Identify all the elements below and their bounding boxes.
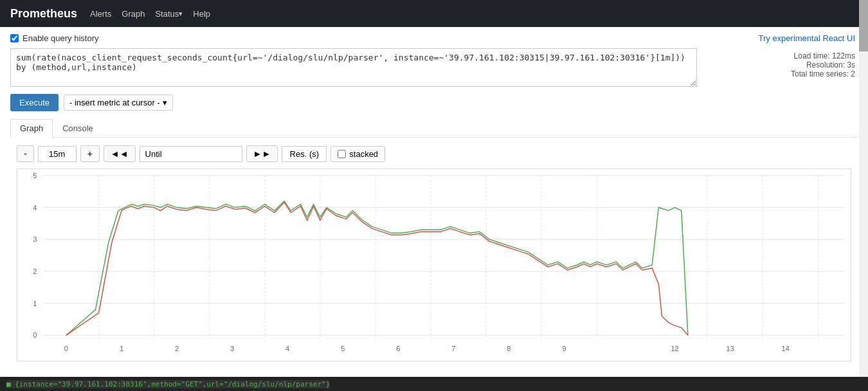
- stacked-checkbox[interactable]: [338, 150, 346, 158]
- graph-controls: - + ◄◄ ►► stacked: [10, 145, 858, 162]
- svg-text:4: 4: [33, 204, 37, 212]
- svg-text:7: 7: [451, 345, 455, 352]
- svg-text:5: 5: [33, 172, 37, 179]
- execute-row: Execute - insert metric at cursor - ▾: [10, 94, 858, 111]
- svg-text:3: 3: [230, 345, 234, 352]
- main-content: Try experimental React UI Enable query h…: [0, 27, 868, 368]
- svg-text:12: 12: [671, 345, 678, 352]
- resolution-input[interactable]: [282, 146, 327, 162]
- chart-svg: 0 1 2 3 4 5 0 1 2 3 4 5 6 7 8 9 12 13 14: [17, 169, 851, 361]
- chart-container: 0 1 2 3 4 5 0 1 2 3 4 5 6 7 8 9 12 13 14: [17, 168, 851, 361]
- svg-text:0: 0: [33, 331, 37, 339]
- svg-text:4: 4: [285, 345, 289, 352]
- try-react-ui-link[interactable]: Try experimental React UI: [758, 33, 855, 43]
- until-input[interactable]: [140, 146, 242, 162]
- scrollbar[interactable]: [859, 0, 868, 368]
- stacked-toggle[interactable]: stacked: [330, 146, 385, 162]
- svg-text:9: 9: [562, 345, 566, 352]
- query-input[interactable]: [10, 48, 697, 87]
- scrollbar-thumb[interactable]: [859, 0, 868, 51]
- brand: Prometheus: [10, 7, 77, 21]
- svg-text:8: 8: [507, 345, 511, 352]
- svg-text:6: 6: [396, 345, 400, 352]
- total-series: Total time series: 2: [791, 69, 855, 78]
- nav-alerts[interactable]: Alerts: [90, 9, 111, 19]
- tab-graph[interactable]: Graph: [10, 119, 53, 138]
- duration-input[interactable]: [38, 146, 77, 162]
- svg-text:0: 0: [64, 345, 68, 352]
- nav-help[interactable]: Help: [193, 9, 210, 19]
- nav-status-dropdown[interactable]: Status: [155, 9, 183, 19]
- query-history-label[interactable]: Enable query history: [23, 33, 99, 43]
- query-history-row: Enable query history: [10, 33, 858, 43]
- svg-text:14: 14: [782, 345, 790, 352]
- svg-text:2: 2: [175, 345, 179, 352]
- chevron-down-icon: ▾: [163, 98, 167, 107]
- execute-button[interactable]: Execute: [10, 94, 59, 111]
- load-time: Load time: 122ms: [791, 51, 855, 60]
- nav-graph[interactable]: Graph: [122, 9, 145, 19]
- navbar: Prometheus Alerts Graph Status Help: [0, 0, 868, 27]
- stats-info: Load time: 122ms Resolution: 3s Total ti…: [791, 51, 855, 78]
- insert-metric-label: - insert metric at cursor -: [69, 98, 160, 107]
- stacked-label-text: stacked: [349, 149, 378, 159]
- tabs: Graph Console: [10, 119, 858, 138]
- next-button[interactable]: ►►: [246, 145, 278, 162]
- query-history-checkbox[interactable]: [10, 34, 19, 42]
- svg-text:3: 3: [33, 235, 37, 243]
- svg-text:13: 13: [726, 345, 734, 352]
- zoom-out-button[interactable]: -: [17, 145, 34, 162]
- svg-text:5: 5: [341, 345, 345, 352]
- insert-metric-dropdown[interactable]: - insert metric at cursor - ▾: [64, 95, 173, 111]
- prev-button[interactable]: ◄◄: [104, 145, 136, 162]
- svg-text:1: 1: [33, 300, 37, 307]
- tab-console[interactable]: Console: [53, 119, 103, 138]
- svg-text:2: 2: [33, 268, 37, 275]
- svg-text:1: 1: [120, 345, 123, 352]
- resolution: Resolution: 3s: [791, 60, 855, 69]
- zoom-in-button[interactable]: +: [80, 145, 100, 162]
